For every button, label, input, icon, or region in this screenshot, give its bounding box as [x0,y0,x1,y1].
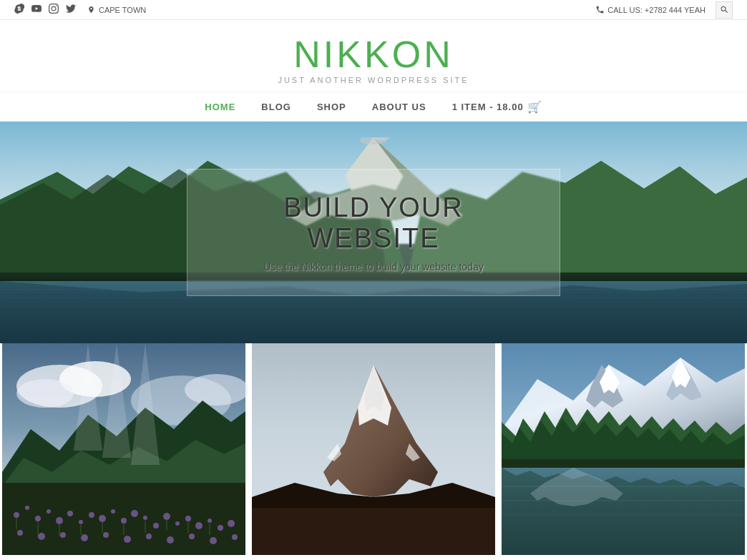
svg-point-23 [35,516,41,521]
nav-item-home[interactable]: HOME [192,92,248,121]
site-subtitle: JUST ANOTHER WORDPRESS SITE [14,76,733,84]
call-label: CALL US: +2782 444 YEAH [595,5,706,14]
svg-point-32 [131,510,138,517]
top-bar: CAPE TOWN CALL US: +2782 444 YEAH [0,0,747,20]
svg-point-36 [175,521,180,526]
svg-point-30 [111,509,115,514]
svg-point-48 [146,534,152,539]
svg-point-21 [14,512,19,518]
svg-point-49 [167,536,174,544]
svg-point-44 [60,532,66,538]
svg-point-42 [17,530,23,536]
nav-item-cart[interactable]: 1 item - 18.00 🛒 [439,92,555,121]
twitter-icon[interactable] [66,4,76,16]
svg-point-17 [185,374,248,406]
photo-1-svg [0,343,248,555]
svg-point-38 [195,522,202,529]
instagram-icon[interactable] [49,4,59,16]
svg-point-37 [185,516,191,521]
svg-point-39 [208,519,212,523]
nav-item-blog[interactable]: BLOG [248,92,304,121]
svg-point-15 [16,379,74,408]
svg-point-52 [232,534,238,540]
search-icon[interactable] [716,1,733,19]
svg-rect-82 [502,459,745,468]
svg-point-51 [210,537,217,544]
svg-point-31 [121,518,127,524]
skype-icon[interactable] [14,4,24,16]
site-header: NIKKON JUST ANOTHER WORDPRESS SITE [0,20,747,92]
svg-point-29 [99,515,106,522]
svg-point-47 [124,536,131,543]
svg-point-33 [143,516,147,520]
hero-section: BUILD YOUR WEBSITE Use the Nikkon theme … [0,122,747,343]
site-title[interactable]: NIKKON [14,36,733,73]
youtube-icon[interactable] [31,4,42,16]
top-bar-left: CAPE TOWN [14,4,146,16]
svg-point-24 [47,509,51,514]
cart-label: 1 item - 18.00 [452,102,524,112]
svg-point-34 [153,523,159,529]
nav-item-about[interactable]: ABOUT US [359,92,439,121]
svg-point-46 [103,532,109,538]
svg-point-41 [228,520,235,527]
photo-1[interactable] [0,343,248,555]
photo-grid [0,343,747,555]
svg-point-22 [25,506,29,510]
svg-point-43 [38,533,45,540]
photo-3[interactable] [497,343,747,555]
photo-2-svg [250,343,497,555]
svg-point-50 [189,534,195,539]
photo-3-svg [499,343,747,555]
top-bar-right: CALL US: +2782 444 YEAH [595,1,733,19]
location-label: CAPE TOWN [87,5,146,14]
svg-point-45 [81,534,88,541]
hero-subtitle: Use the Nikkon theme to build your websi… [223,261,524,272]
svg-point-27 [79,520,83,524]
svg-point-26 [67,511,73,516]
cart-icon: 🛒 [527,100,542,114]
hero-content-box: BUILD YOUR WEBSITE Use the Nikkon theme … [187,169,560,296]
main-nav: HOME BLOG SHOP ABOUT US 1 item - 18.00 🛒 [0,92,747,122]
nav-item-shop[interactable]: SHOP [304,92,359,121]
photo-2[interactable] [248,343,497,555]
hero-title: BUILD YOUR WEBSITE [223,192,524,254]
svg-point-28 [89,512,94,518]
svg-point-35 [163,513,170,520]
svg-point-40 [218,525,223,531]
svg-point-25 [56,517,63,524]
